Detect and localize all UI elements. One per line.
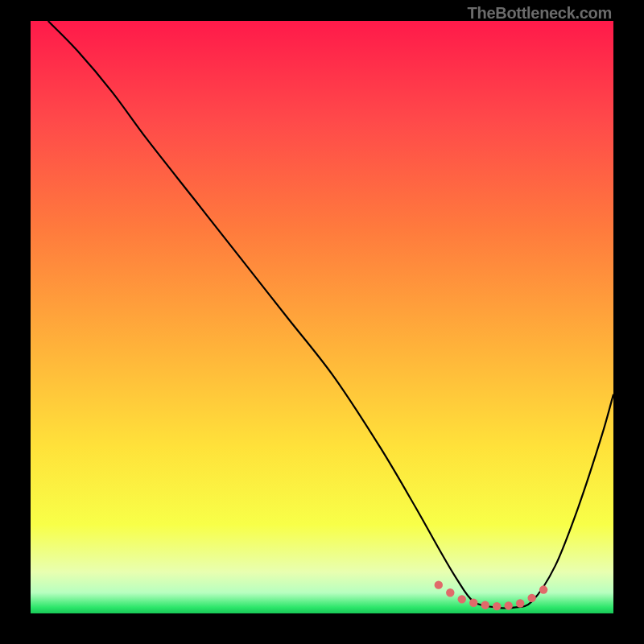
curve-layer: [31, 21, 613, 613]
marker-dot: [481, 601, 489, 609]
marker-dot: [493, 602, 501, 610]
marker-dot: [458, 595, 466, 603]
plot-area: [31, 21, 613, 613]
watermark-text: TheBottleneck.com: [468, 4, 612, 23]
marker-dot: [527, 594, 535, 602]
bottleneck-curve: [48, 21, 613, 609]
marker-dot: [539, 585, 547, 593]
marker-dot: [469, 599, 477, 607]
marker-dot: [516, 599, 524, 607]
marker-dot: [446, 588, 454, 597]
chart-container: TheBottleneck.com: [0, 0, 644, 644]
marker-dot: [435, 580, 443, 588]
marker-dot: [504, 601, 512, 609]
